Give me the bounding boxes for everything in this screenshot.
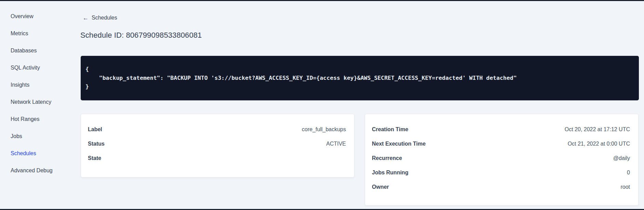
- sidebar-item-jobs[interactable]: Jobs: [11, 133, 69, 140]
- row-value: @daily: [613, 155, 630, 161]
- schedule-timing-card: Creation Time Oct 20, 2022 at 17:12 UTC …: [365, 114, 639, 206]
- summary-row-owner: Owner root: [365, 180, 638, 194]
- summary-row-creation-time: Creation Time Oct 20, 2022 at 17:12 UTC: [365, 122, 638, 137]
- row-value: root: [620, 184, 630, 190]
- row-label: Status: [88, 141, 105, 147]
- sidebar-item-sql-activity[interactable]: SQL Activity: [11, 64, 69, 72]
- row-label: State: [88, 155, 101, 161]
- row-label: Jobs Running: [372, 170, 408, 176]
- row-value: Oct 20, 2022 at 17:12 UTC: [565, 126, 630, 133]
- row-value: 0: [627, 170, 630, 176]
- left-arrow-icon: ←: [83, 15, 89, 21]
- sidebar-item-overview[interactable]: Overview: [11, 13, 69, 20]
- sidebar-item-insights[interactable]: Insights: [11, 81, 69, 89]
- row-label: Recurrence: [372, 155, 402, 161]
- backup-statement-json: { "backup_statement": "BACKUP INTO 's3:/…: [85, 65, 634, 91]
- row-value: core_full_backups: [302, 126, 346, 133]
- schedule-statement-code-block: { "backup_statement": "BACKUP INTO 's3:/…: [81, 56, 639, 100]
- summary-row-jobs-running: Jobs Running 0: [365, 165, 638, 180]
- sidebar-item-advanced-debug[interactable]: Advanced Debug: [11, 167, 69, 174]
- row-value: ACTIVE: [326, 141, 346, 147]
- sidebar-nav: Overview Metrics Databases SQL Activity …: [11, 13, 69, 184]
- sidebar-item-databases[interactable]: Databases: [11, 47, 69, 54]
- sidebar-item-network-latency[interactable]: Network Latency: [11, 98, 69, 106]
- page-title: Schedule ID: 806799098533806081: [80, 31, 202, 40]
- summary-row-status: Status ACTIVE: [81, 137, 354, 151]
- schedule-summary-card: Label core_full_backups Status ACTIVE St…: [81, 114, 354, 177]
- sidebar-item-schedules[interactable]: Schedules: [11, 150, 69, 157]
- sidebar-item-metrics[interactable]: Metrics: [11, 30, 69, 37]
- sidebar-item-hot-ranges[interactable]: Hot Ranges: [11, 115, 69, 123]
- back-to-schedules-link[interactable]: ← Schedules: [83, 15, 117, 21]
- row-value: Oct 21, 2022 at 0:00 UTC: [568, 141, 630, 147]
- top-chrome-edge: [0, 0, 644, 1]
- back-link-label: Schedules: [92, 15, 117, 21]
- summary-row-state: State: [81, 151, 354, 165]
- row-label: Next Execution Time: [372, 141, 426, 147]
- summary-row-recurrence: Recurrence @daily: [365, 151, 638, 165]
- row-label: Label: [88, 126, 102, 133]
- summary-row-next-execution-time: Next Execution Time Oct 21, 2022 at 0:00…: [365, 137, 638, 151]
- row-label: Owner: [372, 184, 389, 190]
- summary-row-label: Label core_full_backups: [81, 122, 354, 137]
- row-label: Creation Time: [372, 126, 408, 133]
